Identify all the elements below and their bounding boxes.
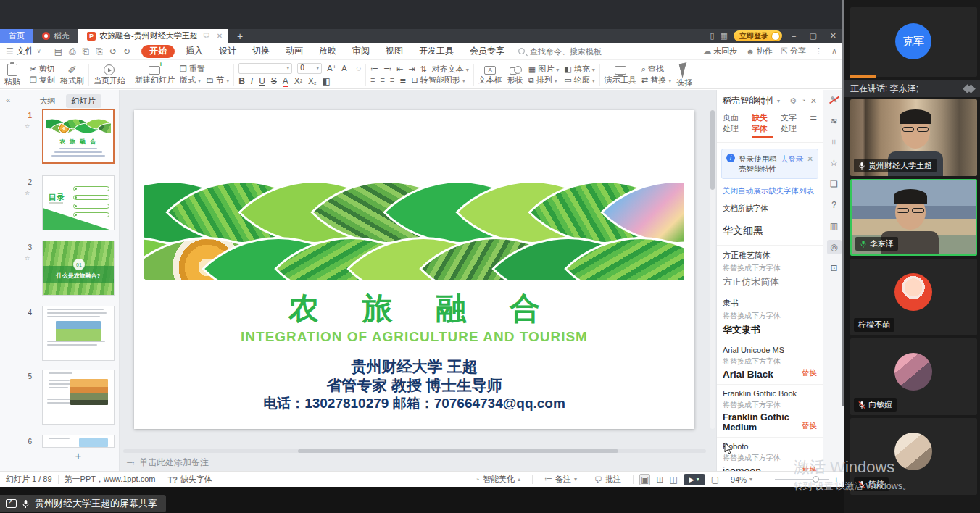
paste-button[interactable]: 粘贴 xyxy=(4,64,20,86)
notes-placeholder[interactable]: ≕ 单击此处添加备注 xyxy=(126,456,209,469)
chevron-down-icon[interactable]: ▾ xyxy=(777,98,780,104)
slide-thumbnail-6[interactable] xyxy=(42,435,115,448)
participant-tile-ningmeng[interactable]: 柠檬不萌 xyxy=(850,259,977,335)
menu-review[interactable]: 审阅 xyxy=(344,45,378,57)
single-window-icon[interactable]: ▯ xyxy=(710,31,714,41)
number-list-icon[interactable]: ≕ xyxy=(383,65,391,73)
slide-thumbnail-2[interactable]: 目录 xyxy=(42,175,115,230)
participant-tile-wangchao[interactable]: 贵州财经大学王超 xyxy=(850,99,977,176)
reading-view-icon[interactable]: ◫ xyxy=(669,475,677,485)
new-tab-button[interactable]: + xyxy=(228,29,252,43)
panel-close-icon[interactable]: ✕ xyxy=(810,96,817,106)
shapes-button[interactable]: 形状 xyxy=(507,66,523,84)
save-icon[interactable]: ▤ xyxy=(54,46,62,57)
indent-decrease-icon[interactable]: ⇤ xyxy=(396,65,403,73)
missing-fonts-status[interactable]: T?缺失字体 xyxy=(162,474,218,485)
collapse-pane-button[interactable]: « xyxy=(0,90,16,471)
copy-button[interactable]: ❐ 复制 xyxy=(30,76,55,84)
tab-outline[interactable]: 大纲 xyxy=(34,94,62,108)
menu-transition[interactable]: 切换 xyxy=(244,45,278,57)
font-entry[interactable]: Franklin Gothic Book 将替换成下方字体 Franklin G… xyxy=(717,384,823,437)
fill-button[interactable]: ◧ 填充 ▾ xyxy=(564,65,595,73)
docer-smart-icon[interactable]: ◎ xyxy=(827,240,842,254)
tab-page-processing[interactable]: 页面处理 xyxy=(723,112,744,138)
present-tools-button[interactable]: 演示工具 xyxy=(605,66,636,84)
select-button[interactable]: 选择 xyxy=(676,63,692,87)
fit-slide-icon[interactable]: ▢ xyxy=(711,475,719,485)
align-center-icon[interactable]: ≡ xyxy=(380,76,384,84)
zoom-out-button[interactable]: − xyxy=(764,475,768,484)
comments-button[interactable]: 🗩批注 xyxy=(589,474,627,485)
tab-docer[interactable]: 稻壳 xyxy=(33,29,78,43)
redo-icon[interactable]: ↻ xyxy=(123,46,130,57)
participant-tile-kejun[interactable]: 克军 xyxy=(850,7,977,77)
toggle-autoshow-link[interactable]: 关闭自动展示缺失字体列表 xyxy=(717,185,823,201)
effects-icon[interactable]: ≋ xyxy=(827,114,842,128)
adjust-icon[interactable]: ⌗ xyxy=(827,135,842,149)
vertical-scrollbar[interactable] xyxy=(710,110,715,429)
font-entry[interactable]: 华文细黑 xyxy=(717,217,823,245)
help-icon[interactable]: ? xyxy=(827,198,842,212)
replace-button[interactable]: ⇄ 替换 ▾ xyxy=(641,76,671,84)
sync-status[interactable]: ☁未同步 xyxy=(703,46,737,57)
menu-slideshow[interactable]: 放映 xyxy=(311,45,344,57)
tab-text-processing[interactable]: 文字处理 xyxy=(781,112,802,138)
participant-tile-lidongze[interactable]: 李东泽 xyxy=(850,179,977,256)
smart-beautify-button[interactable]: ◔智能美化 ▴ xyxy=(469,474,526,485)
justify-icon[interactable]: ≣ xyxy=(399,76,406,84)
collapse-ribbon-icon[interactable]: ∧ xyxy=(831,46,837,56)
new-slide-button[interactable]: 新建幻灯片 xyxy=(135,66,175,84)
panel-menu-icon[interactable]: ☰ xyxy=(810,112,817,138)
preview-icon[interactable]: ⎘ xyxy=(96,46,103,57)
zoom-level[interactable]: 94% ▾ xyxy=(725,475,758,484)
font-color-button[interactable]: A xyxy=(283,77,288,87)
text-box-button[interactable]: A文本框 xyxy=(478,66,502,84)
screen-share-banner[interactable]: 贵州财经大学王超的屏幕共享 xyxy=(0,495,166,512)
horizontal-scrollbar[interactable] xyxy=(123,449,706,453)
underline-button[interactable]: U xyxy=(259,77,265,86)
file-menu[interactable]: ☰ 文件 ∨ xyxy=(0,45,47,57)
current-slide[interactable]: 农 旅 融 合 INTEGRATION OF AGRICULTURE AND T… xyxy=(134,110,694,429)
replace-link[interactable]: 替换 xyxy=(802,421,817,431)
bullet-list-icon[interactable]: ≔ xyxy=(370,65,378,73)
font-entry[interactable]: 隶书 将替换成下方字体 华文隶书 xyxy=(717,293,823,341)
reset-button[interactable]: ❒ 重置 xyxy=(180,65,205,73)
align-text-button[interactable]: 对齐文本 ▾ xyxy=(432,65,469,73)
subscript-button[interactable]: X₂ xyxy=(308,77,317,86)
favorites-icon[interactable]: ☆ xyxy=(827,156,842,170)
align-left-icon[interactable]: ≡ xyxy=(370,76,375,84)
slide-thumbnail-4[interactable] xyxy=(42,306,115,361)
menu-animation[interactable]: 动画 xyxy=(278,45,311,57)
font-entry[interactable]: Arial Unicode MS 将替换成下方字体 Arial Black 替换 xyxy=(717,341,823,384)
slideshow-play-button[interactable]: ▶▾ xyxy=(684,474,705,485)
bold-button[interactable]: B xyxy=(238,77,245,86)
menu-member[interactable]: 会员专享 xyxy=(462,45,512,57)
participant-tile-xiangminxuan[interactable]: 向敏媗 xyxy=(850,338,977,415)
export-icon[interactable]: ⎙ xyxy=(69,46,76,57)
maximize-button[interactable]: ▢ xyxy=(805,31,820,41)
tab-missing-fonts[interactable]: 缺失字体 xyxy=(752,112,773,138)
decrease-font-icon[interactable]: A⁻ xyxy=(341,64,351,72)
align-right-icon[interactable]: ≡ xyxy=(390,76,394,84)
notes-button[interactable]: ≔备注 ▾ xyxy=(539,474,583,485)
share-button[interactable]: ⇱分享 xyxy=(781,46,806,57)
increase-font-icon[interactable]: A⁺ xyxy=(327,64,336,72)
normal-view-icon[interactable]: ▣ xyxy=(639,474,650,485)
command-search[interactable] xyxy=(518,46,608,57)
slide-thumbnail-3[interactable]: 01 什么是农旅融合? xyxy=(42,241,115,296)
find-button[interactable]: ⌕ 查找 xyxy=(641,65,664,73)
participant-tile-jianting[interactable]: 简婷 xyxy=(850,418,977,495)
menu-devtools[interactable]: 开发工具 xyxy=(411,45,462,57)
image-tool-icon[interactable]: ▥ xyxy=(827,219,842,233)
tab-document[interactable]: P 农旅融合-贵州财经大学王超 🗩 ✕ xyxy=(78,29,228,43)
banner-close-icon[interactable]: ✕ xyxy=(807,154,813,174)
zoom-in-button[interactable]: + xyxy=(834,475,839,484)
menu-view[interactable]: 视图 xyxy=(378,45,411,57)
login-button[interactable]: 立即登录 xyxy=(734,30,782,41)
zoom-slider-knob[interactable] xyxy=(813,476,819,483)
print-icon[interactable]: ⎗ xyxy=(83,46,90,57)
menu-start[interactable]: 开始 xyxy=(141,45,175,58)
annotate-icon[interactable]: ✎ xyxy=(827,93,842,107)
outline-button[interactable]: ▭ 轮廓 ▾ xyxy=(564,76,595,84)
font-name-select[interactable]: ▾ xyxy=(238,63,292,74)
